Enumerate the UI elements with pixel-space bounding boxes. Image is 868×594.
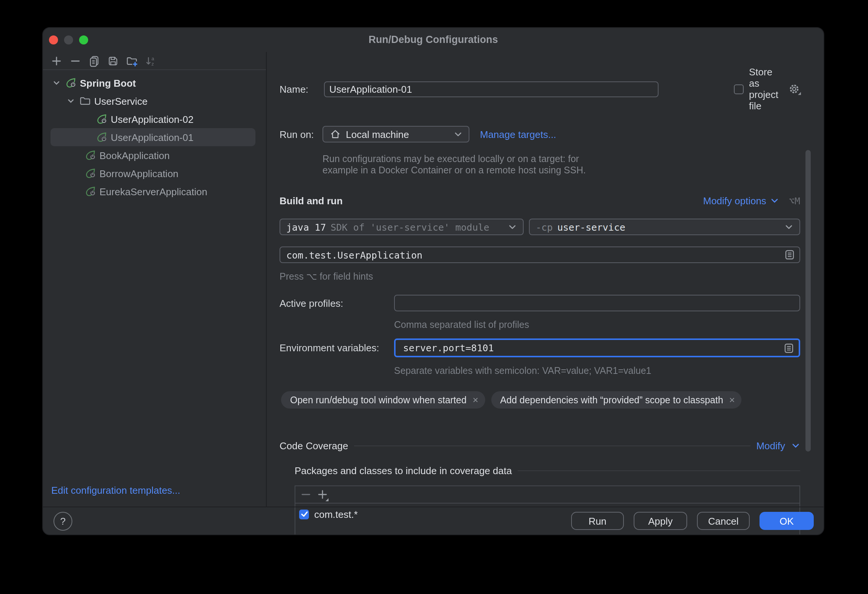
configurations-tree: Spring Boot UserService UserApplication-…	[43, 74, 266, 201]
new-folder-icon[interactable]	[122, 53, 141, 68]
run-debug-configurations-dialog: Run/Debug Configurations Spring Boot	[42, 27, 824, 535]
jdk-hint: SDK of 'user-service' module	[330, 221, 489, 233]
main-class-field[interactable]: com.test.UserApplication	[280, 246, 800, 263]
chevron-down-icon	[770, 196, 779, 205]
run-on-label: Run on:	[280, 129, 322, 140]
chevron-down-icon	[508, 222, 517, 231]
vertical-scrollbar-thumb[interactable]	[805, 150, 811, 452]
tree-item-label: Spring Boot	[80, 77, 136, 89]
code-coverage-title: Code Coverage	[280, 440, 348, 451]
tree-item-label: UserApplication-01	[111, 132, 194, 143]
chip-open-run-debug-tool-window: Open run/debug tool window when started …	[281, 391, 485, 409]
chevron-expanded-icon[interactable]	[66, 96, 75, 106]
local-machine-home-icon	[329, 128, 341, 140]
edit-configuration-templates-link[interactable]: Edit configuration templates...	[51, 485, 180, 496]
configurations-sidebar: Spring Boot UserService UserApplication-…	[43, 52, 267, 507]
titlebar: Run/Debug Configurations	[43, 28, 824, 52]
spring-boot-icon	[84, 167, 96, 179]
coverage-table-toolbar	[295, 486, 799, 504]
environment-variables-label: Environment variables:	[280, 342, 394, 354]
remove-pattern-icon[interactable]	[300, 488, 312, 501]
store-as-project-file-label: Store as project file	[749, 66, 783, 112]
copy-configuration-icon[interactable]	[84, 53, 103, 68]
cp-prefix: -cp	[536, 221, 553, 233]
tree-item-userapplication-01[interactable]: UserApplication-01	[50, 128, 255, 146]
expand-field-icon[interactable]	[784, 249, 796, 261]
dialog-footer: ? Run Apply Cancel OK	[43, 507, 824, 534]
tree-item-label: EurekaServerApplication	[99, 186, 207, 197]
store-as-project-file-checkbox[interactable]	[734, 84, 744, 94]
store-settings-gear-icon[interactable]	[788, 83, 800, 95]
environment-variables-input[interactable]	[402, 341, 783, 354]
add-configuration-icon[interactable]	[47, 53, 66, 68]
jdk-select[interactable]: java 17 SDK of 'user-service' module	[280, 219, 524, 235]
apply-button[interactable]: Apply	[634, 512, 687, 530]
manage-targets-link[interactable]: Manage targets...	[480, 129, 556, 140]
name-label: Name:	[280, 83, 313, 95]
spring-boot-icon	[96, 131, 108, 143]
tree-item-eurekaserverapplication[interactable]: EurekaServerApplication	[50, 182, 255, 201]
tree-item-userservice-folder[interactable]: UserService	[50, 92, 255, 110]
separator-line	[354, 445, 750, 446]
main-class-value: com.test.UserApplication	[286, 249, 422, 260]
sidebar-toolbar	[43, 52, 266, 70]
spring-boot-icon	[84, 185, 96, 197]
tree-item-label: BookApplication	[99, 150, 170, 161]
environment-variables-hint: Separate variables with semicolon: VAR=v…	[394, 366, 800, 377]
spring-boot-icon	[84, 149, 96, 161]
name-input[interactable]	[324, 81, 659, 97]
tree-item-label: UserApplication-02	[111, 113, 194, 125]
remove-configuration-icon[interactable]	[66, 53, 84, 68]
run-on-select[interactable]: Local machine	[322, 126, 469, 142]
spring-boot-icon	[96, 113, 108, 125]
modify-options-shortcut: ⌥M	[789, 195, 800, 206]
run-on-hint: Run configurations may be executed local…	[322, 154, 800, 176]
active-profiles-input[interactable]	[394, 295, 800, 311]
classpath-select[interactable]: -cp user-service	[529, 219, 800, 235]
tree-item-userapplication-02[interactable]: UserApplication-02	[50, 110, 255, 128]
tree-item-label: BorrowApplication	[99, 168, 179, 179]
spring-boot-icon	[65, 77, 77, 89]
help-button[interactable]: ?	[53, 511, 72, 530]
cancel-button[interactable]: Cancel	[697, 512, 750, 530]
add-pattern-icon[interactable]	[316, 488, 329, 501]
jdk-value: java 17	[286, 221, 326, 233]
expand-field-icon[interactable]	[783, 342, 795, 354]
separator-line	[518, 470, 800, 471]
run-on-value: Local machine	[346, 129, 409, 140]
cp-value: user-service	[557, 221, 625, 233]
tree-item-spring-boot[interactable]: Spring Boot	[50, 74, 255, 92]
chevron-down-icon	[791, 441, 800, 450]
screen: Run/Debug Configurations Spring Boot	[0, 0, 868, 594]
ok-button[interactable]: OK	[760, 512, 814, 530]
active-profiles-hint: Comma separated list of profiles	[394, 320, 800, 331]
field-hints-hint: Press ⌥ for field hints	[280, 271, 800, 283]
add-dropdown-triangle	[326, 498, 329, 501]
chevron-down-icon	[784, 222, 793, 231]
modify-options-link[interactable]: Modify options	[703, 195, 766, 206]
environment-variables-field[interactable]	[394, 338, 800, 357]
sort-alphabetically-icon[interactable]	[141, 53, 160, 68]
chevron-expanded-icon[interactable]	[52, 78, 61, 87]
gear-dropdown-triangle	[798, 92, 801, 95]
save-configuration-icon[interactable]	[103, 53, 122, 68]
window-title: Run/Debug Configurations	[43, 28, 824, 52]
build-and-run-title: Build and run	[280, 195, 343, 206]
chevron-down-icon	[454, 130, 463, 139]
coverage-packages-label: Packages and classes to include in cover…	[295, 465, 512, 476]
chip-close-icon[interactable]: ×	[729, 395, 735, 405]
chip-close-icon[interactable]: ×	[472, 395, 478, 405]
active-profiles-label: Active profiles:	[280, 297, 394, 309]
tree-item-label: UserService	[94, 95, 148, 107]
modify-coverage-link[interactable]: Modify	[756, 440, 785, 451]
run-button[interactable]: Run	[571, 512, 624, 530]
tree-item-borrowapplication[interactable]: BorrowApplication	[50, 164, 255, 182]
folder-icon	[79, 95, 91, 107]
chip-add-provided-dependencies: Add dependencies with “provided” scope t…	[491, 391, 742, 409]
tree-item-bookapplication[interactable]: BookApplication	[50, 146, 255, 164]
configuration-form: Name: Store as project file Run on: Loca…	[267, 52, 824, 507]
